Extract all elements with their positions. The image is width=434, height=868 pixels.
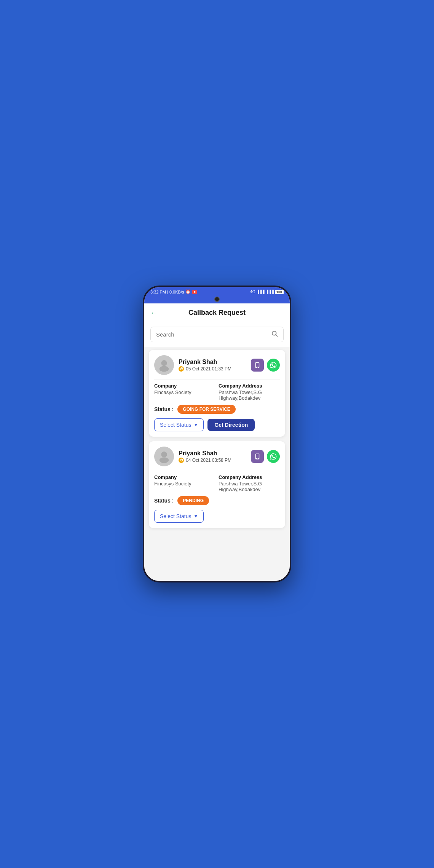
company-section-1: Company Fincasys Society	[154, 383, 215, 401]
svg-point-11	[257, 458, 258, 459]
avatar-2	[154, 447, 174, 466]
notification-dot: ■	[192, 290, 197, 294]
status-row-1: Status : GOING FOR SERVICE	[154, 405, 280, 414]
search-input[interactable]	[156, 331, 271, 338]
sim-icon: 4G	[250, 290, 255, 294]
company-label-2: Company	[154, 474, 215, 480]
phone-frame: 3:32 PM | 0.0KB/s ⏰ ■ 4G ▐▐▐ ▐▐▐ 100 ← C…	[143, 286, 291, 582]
company-label-1: Company	[154, 383, 215, 389]
svg-rect-5	[256, 363, 259, 367]
search-container	[144, 322, 290, 347]
clock-icon-1: ⏱	[179, 366, 184, 372]
svg-point-3	[160, 366, 169, 372]
app-content: ← Callback Request	[144, 303, 290, 581]
alarm-icon: ⏰	[185, 289, 191, 294]
person-name-2: Priyank Shah	[179, 450, 246, 457]
company-section-2: Company Fincasys Society	[154, 474, 215, 492]
status-label-1: Status :	[154, 406, 174, 412]
clock-icon-2: ⏱	[179, 458, 184, 463]
status-badge-1: GOING FOR SERVICE	[177, 405, 235, 414]
status-label-2: Status :	[154, 498, 174, 504]
svg-rect-10	[256, 454, 259, 458]
action-icons-1	[251, 359, 280, 372]
camera-notch	[144, 297, 290, 303]
company-value-1: Fincasys Society	[154, 389, 215, 395]
card-actions-1: Select Status ▼ Get Direction	[154, 418, 280, 431]
address-value-1: Parshwa Tower,S.G Highway,Bodakdev	[219, 389, 280, 401]
person-name-1: Priyank Shah	[179, 359, 246, 365]
status-bar: 3:32 PM | 0.0KB/s ⏰ ■ 4G ▐▐▐ ▐▐▐ 100	[144, 287, 290, 297]
info-grid-2: Company Fincasys Society Company Address…	[154, 474, 280, 492]
time-display: 3:32 PM | 0.0KB/s	[150, 290, 184, 294]
svg-point-8	[160, 457, 169, 463]
company-value-2: Fincasys Society	[154, 481, 215, 487]
svg-point-2	[161, 360, 167, 366]
card-actions-2: Select Status ▼	[154, 510, 280, 523]
signal-icon: ▐▐▐	[256, 290, 264, 294]
cards-list: Priyank Shah ⏱ 05 Oct 2021 01:33 PM	[144, 347, 290, 581]
callback-card-1: Priyank Shah ⏱ 05 Oct 2021 01:33 PM	[149, 350, 285, 437]
address-label-1: Company Address	[219, 383, 280, 389]
card-header-1: Priyank Shah ⏱ 05 Oct 2021 01:33 PM	[154, 355, 280, 375]
dropdown-arrow-2: ▼	[194, 514, 198, 519]
status-row-2: Status : PENDING	[154, 496, 280, 505]
address-label-2: Company Address	[219, 474, 280, 480]
whatsapp-button-1[interactable]	[267, 359, 280, 372]
address-value-2: Parshwa Tower,S.G Highway,Bodakdev	[219, 481, 280, 492]
whatsapp-button-2[interactable]	[267, 450, 280, 463]
search-box	[150, 327, 284, 342]
back-button[interactable]: ←	[150, 308, 158, 317]
select-status-button-1[interactable]: Select Status ▼	[154, 418, 204, 431]
card-header-2: Priyank Shah ⏱ 04 Oct 2021 03:58 PM	[154, 447, 280, 466]
battery-indicator: 100	[275, 290, 284, 294]
status-right: 4G ▐▐▐ ▐▐▐ 100	[250, 290, 284, 294]
avatar-1	[154, 355, 174, 375]
status-badge-2: PENDING	[177, 496, 209, 505]
get-direction-button-1[interactable]: Get Direction	[207, 419, 255, 431]
person-info-1: Priyank Shah ⏱ 05 Oct 2021 01:33 PM	[179, 359, 246, 372]
divider-2	[154, 471, 280, 471]
dropdown-arrow-1: ▼	[194, 422, 198, 428]
svg-point-7	[161, 452, 167, 457]
address-section-2: Company Address Parshwa Tower,S.G Highwa…	[219, 474, 280, 492]
svg-line-1	[276, 335, 277, 336]
datetime-2: 04 Oct 2021 03:58 PM	[186, 458, 231, 463]
phone-screen: 3:32 PM | 0.0KB/s ⏰ ■ 4G ▐▐▐ ▐▐▐ 100 ← C…	[144, 287, 290, 581]
page-header: ← Callback Request	[144, 303, 290, 322]
person-time-2: ⏱ 04 Oct 2021 03:58 PM	[179, 458, 246, 463]
divider-1	[154, 380, 280, 380]
action-icons-2	[251, 450, 280, 463]
person-info-2: Priyank Shah ⏱ 04 Oct 2021 03:58 PM	[179, 450, 246, 463]
person-time-1: ⏱ 05 Oct 2021 01:33 PM	[179, 366, 246, 372]
info-grid-1: Company Fincasys Society Company Address…	[154, 383, 280, 401]
status-left: 3:32 PM | 0.0KB/s ⏰ ■	[150, 289, 197, 294]
page-title: Callback Request	[188, 309, 246, 317]
camera-dot	[214, 297, 220, 302]
phone-call-button-1[interactable]	[251, 359, 264, 372]
datetime-1: 05 Oct 2021 01:33 PM	[186, 366, 231, 372]
svg-point-6	[257, 367, 258, 368]
select-status-button-2[interactable]: Select Status ▼	[154, 510, 204, 523]
address-section-1: Company Address Parshwa Tower,S.G Highwa…	[219, 383, 280, 401]
signal2-icon: ▐▐▐	[266, 290, 274, 294]
phone-call-button-2[interactable]	[251, 450, 264, 463]
search-icon	[271, 330, 278, 339]
callback-card-2: Priyank Shah ⏱ 04 Oct 2021 03:58 PM	[149, 441, 285, 528]
